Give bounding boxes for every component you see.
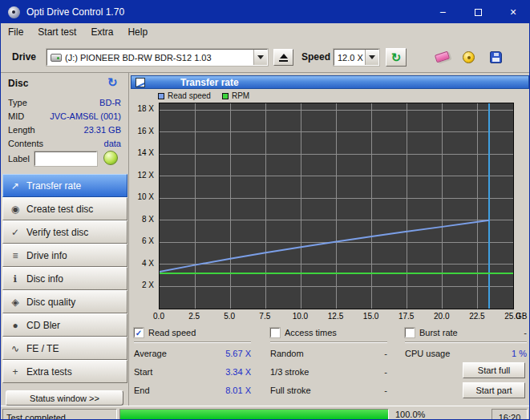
sidebar-item-label: Transfer rate	[26, 180, 81, 192]
result-row-cpu-usage: CPU usage1 %	[405, 349, 527, 358]
y-tick-label: 12 X	[129, 171, 154, 180]
read-speed-checkbox[interactable]: ✓	[134, 328, 144, 337]
refresh-icon: ↻	[391, 51, 402, 63]
disc-field-length: Length23.31 GB	[1, 123, 128, 136]
start-full-button[interactable]: Start full	[463, 362, 525, 378]
result-value: -	[384, 349, 387, 358]
sidebar-item-disc-info[interactable]: ℹDisc info	[2, 267, 127, 290]
x-tick-label: 15.0	[355, 312, 387, 321]
disc-refresh-button[interactable]: ↻	[107, 76, 118, 88]
rpm-legend-swatch	[222, 93, 229, 99]
disc-label-caption: Label	[8, 154, 30, 164]
disc-field-value: BD-R	[99, 98, 121, 107]
maximize-icon	[475, 9, 482, 16]
panel-header: Transfer rate	[131, 75, 529, 89]
result-value: 3.34 X	[225, 367, 251, 377]
y-tick-label: 16 X	[129, 127, 154, 135]
disc-fields: TypeBD-RMIDJVC-AMS6L (001)Length23.31 GB…	[1, 95, 128, 150]
y-tick-label: 14 X	[129, 148, 154, 157]
disc-tools-button[interactable]	[458, 48, 479, 66]
drive-select[interactable]: (J:) PIONEER BD-RW BDR-S12 1.03	[47, 49, 268, 66]
erase-disc-button[interactable]	[431, 48, 452, 66]
read-speed-checkbox-label: Read speed	[148, 328, 196, 337]
sidebar-item-extra-tests[interactable]: +Extra tests	[2, 360, 127, 383]
close-button[interactable]: ×	[496, 1, 530, 23]
window-title: Opti Drive Control 1.70	[26, 6, 124, 18]
sidebar-item-transfer-rate[interactable]: ↗Transfer rate	[2, 174, 127, 197]
disc-info-icon: ℹ	[8, 273, 22, 285]
access-times-checkbox[interactable]	[270, 328, 280, 337]
result-value: 8.01 X	[225, 386, 251, 395]
transfer-rate-icon: ↗	[8, 180, 22, 192]
toolbar: Drive (J:) PIONEER BD-RW BDR-S12 1.03 Sp…	[1, 41, 530, 73]
drive-info-icon: ≡	[8, 250, 22, 261]
x-tick-label: 0.0	[143, 312, 175, 321]
result-label: 1/3 stroke	[270, 367, 309, 377]
x-axis-unit: GB	[516, 312, 530, 321]
sidebar-item-label: Drive info	[26, 250, 67, 261]
yellow-disc-icon	[463, 51, 475, 63]
separator	[405, 341, 527, 342]
result-value: -	[384, 386, 387, 395]
disc-label-input[interactable]	[34, 151, 97, 166]
main-panel: Transfer rate Read speed RPM 2 X4 X6 X8 …	[129, 73, 530, 406]
eject-button[interactable]	[273, 49, 293, 66]
drive-select-arrow-icon[interactable]	[253, 50, 267, 65]
minimize-button[interactable]: −	[425, 1, 460, 23]
x-tick-label: 2.5	[178, 312, 210, 321]
sidebar-item-label: Create test disc	[26, 204, 93, 215]
access-times-header: Access times	[270, 326, 387, 339]
verify-test-disc-icon: ✓	[8, 227, 22, 238]
result-label: CPU usage	[405, 349, 450, 358]
sidebar-item-drive-info[interactable]: ≡Drive info	[2, 244, 127, 267]
x-tick-label: 17.5	[390, 312, 423, 321]
sidebar-item-label: CD Bler	[26, 320, 60, 331]
sidebar-item-label: Disc info	[26, 273, 63, 285]
separator	[270, 341, 387, 342]
speed-select-arrow-icon[interactable]	[365, 50, 378, 65]
app-icon	[8, 6, 20, 18]
disc-field-label: Length	[8, 125, 35, 135]
disc-field-mid: MIDJVC-AMS6L (001)	[1, 109, 128, 123]
menu-bar: File Start test Extra Help	[1, 23, 530, 41]
eraser-icon	[434, 51, 449, 63]
sidebar-item-verify-test-disc[interactable]: ✓Verify test disc	[2, 220, 127, 244]
y-tick-label: 2 X	[129, 281, 154, 289]
rpm-legend-label: RPM	[232, 91, 249, 100]
x-tick-label: 10.0	[284, 312, 316, 321]
disc-field-type: TypeBD-R	[1, 95, 128, 109]
burst-rate-checkbox[interactable]	[405, 328, 415, 337]
extra-tests-icon: +	[8, 366, 22, 378]
disc-field-value: 23.31 GB	[84, 125, 121, 135]
menu-start-test[interactable]: Start test	[30, 23, 83, 41]
eject-icon	[280, 54, 288, 59]
read-speed-header: ✓Read speed	[134, 326, 251, 339]
maximize-button[interactable]	[460, 1, 496, 23]
sidebar-item-create-test-disc[interactable]: ◉Create test disc	[2, 197, 127, 220]
refresh-drives-button[interactable]: ↻	[386, 48, 407, 67]
menu-extra[interactable]: Extra	[83, 23, 120, 41]
disc-field-label: MID	[8, 111, 24, 121]
menu-help[interactable]: Help	[120, 23, 155, 41]
x-tick-label: 12.5	[320, 312, 352, 321]
x-tick-label: 20.0	[426, 312, 458, 321]
sidebar-item-fe-te[interactable]: ∿FE / TE	[2, 337, 127, 360]
menu-file[interactable]: File	[1, 23, 30, 41]
status-window-button[interactable]: Status window >>	[6, 390, 123, 406]
burst-rate-value: -	[524, 328, 527, 337]
start-part-button[interactable]: Start part	[463, 382, 525, 398]
speed-select[interactable]: 12.0 X	[334, 49, 379, 66]
drive-label: Drive	[12, 51, 36, 63]
burst-rate-checkbox-label: Burst rate	[419, 328, 458, 337]
sidebar-item-disc-quality[interactable]: ◈Disc quality	[2, 290, 127, 313]
progress-bar	[119, 409, 389, 420]
save-button[interactable]	[485, 48, 506, 66]
sidebar-item-cd-bler[interactable]: ●CD Bler	[2, 313, 127, 337]
disc-section-title: Disc	[8, 78, 28, 89]
clock-cell: 16:20	[492, 409, 528, 420]
y-tick-label: 6 X	[129, 236, 154, 245]
floppy-save-icon	[490, 51, 502, 63]
result-row-1-3-stroke: 1/3 stroke-	[270, 367, 387, 377]
disc-label-icon-button[interactable]	[103, 151, 118, 165]
sidebar-item-label: Extra tests	[26, 366, 72, 378]
